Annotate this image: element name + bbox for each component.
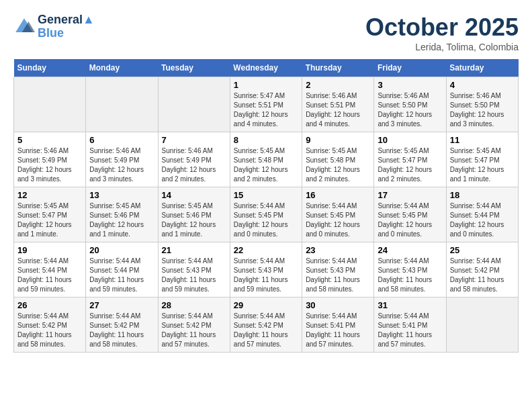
location-subtitle: Lerida, Tolima, Colombia [365, 42, 519, 52]
calendar-table: SundayMondayTuesdayWednesdayThursdayFrid… [13, 59, 519, 353]
weekday-header: Wednesday [230, 59, 302, 77]
calendar-week-row: 19Sunrise: 5:44 AM Sunset: 5:44 PM Dayli… [14, 242, 519, 298]
day-info: Sunrise: 5:44 AM Sunset: 5:42 PM Dayligh… [450, 257, 515, 294]
day-info: Sunrise: 5:47 AM Sunset: 5:51 PM Dayligh… [234, 91, 298, 129]
day-number: 28 [162, 300, 226, 310]
calendar-week-row: 12Sunrise: 5:45 AM Sunset: 5:47 PM Dayli… [14, 187, 519, 242]
calendar-cell [86, 77, 158, 132]
day-number: 31 [378, 300, 442, 310]
calendar-cell: 27Sunrise: 5:44 AM Sunset: 5:42 PM Dayli… [86, 298, 158, 353]
day-info: Sunrise: 5:44 AM Sunset: 5:43 PM Dayligh… [234, 257, 298, 294]
day-number: 14 [162, 190, 226, 200]
day-number: 1 [234, 80, 298, 90]
day-number: 7 [162, 135, 226, 145]
weekday-header: Sunday [14, 59, 86, 77]
day-info: Sunrise: 5:46 AM Sunset: 5:50 PM Dayligh… [450, 91, 515, 129]
day-number: 2 [306, 80, 370, 90]
day-number: 8 [234, 135, 298, 145]
day-number: 19 [17, 245, 82, 255]
day-info: Sunrise: 5:45 AM Sunset: 5:47 PM Dayligh… [450, 146, 515, 184]
logo: General▲ Blue [13, 13, 95, 40]
page-header: General▲ Blue October 2025 Lerida, Tolim… [13, 13, 519, 52]
day-number: 26 [17, 300, 82, 310]
day-number: 10 [378, 135, 442, 145]
calendar-cell: 7Sunrise: 5:46 AM Sunset: 5:49 PM Daylig… [158, 132, 230, 187]
day-info: Sunrise: 5:44 AM Sunset: 5:45 PM Dayligh… [234, 201, 298, 239]
day-info: Sunrise: 5:45 AM Sunset: 5:47 PM Dayligh… [378, 146, 442, 184]
calendar-cell: 30Sunrise: 5:44 AM Sunset: 5:41 PM Dayli… [302, 298, 374, 353]
day-number: 17 [378, 190, 442, 200]
day-info: Sunrise: 5:46 AM Sunset: 5:49 PM Dayligh… [162, 146, 226, 184]
calendar-cell: 17Sunrise: 5:44 AM Sunset: 5:45 PM Dayli… [374, 187, 446, 242]
calendar-cell: 18Sunrise: 5:44 AM Sunset: 5:44 PM Dayli… [446, 187, 518, 242]
day-number: 29 [234, 300, 298, 310]
calendar-cell: 3Sunrise: 5:46 AM Sunset: 5:50 PM Daylig… [374, 77, 446, 132]
day-info: Sunrise: 5:44 AM Sunset: 5:43 PM Dayligh… [378, 257, 442, 294]
day-info: Sunrise: 5:46 AM Sunset: 5:49 PM Dayligh… [17, 146, 82, 184]
calendar-cell: 24Sunrise: 5:44 AM Sunset: 5:43 PM Dayli… [374, 242, 446, 298]
day-info: Sunrise: 5:44 AM Sunset: 5:42 PM Dayligh… [234, 312, 298, 349]
day-info: Sunrise: 5:44 AM Sunset: 5:41 PM Dayligh… [306, 312, 370, 349]
calendar-cell [446, 298, 518, 353]
weekday-header: Tuesday [158, 59, 230, 77]
day-info: Sunrise: 5:44 AM Sunset: 5:44 PM Dayligh… [17, 257, 82, 294]
day-info: Sunrise: 5:45 AM Sunset: 5:46 PM Dayligh… [162, 201, 226, 239]
calendar-cell: 4Sunrise: 5:46 AM Sunset: 5:50 PM Daylig… [446, 77, 518, 132]
day-number: 25 [450, 245, 515, 255]
weekday-header: Friday [374, 59, 446, 77]
weekday-header: Thursday [302, 59, 374, 77]
day-info: Sunrise: 5:45 AM Sunset: 5:46 PM Dayligh… [89, 201, 154, 239]
calendar-cell: 9Sunrise: 5:45 AM Sunset: 5:48 PM Daylig… [302, 132, 374, 187]
day-info: Sunrise: 5:44 AM Sunset: 5:42 PM Dayligh… [162, 312, 226, 349]
logo-icon [13, 16, 35, 38]
day-number: 16 [306, 190, 370, 200]
calendar-cell: 15Sunrise: 5:44 AM Sunset: 5:45 PM Dayli… [230, 187, 302, 242]
calendar-cell: 22Sunrise: 5:44 AM Sunset: 5:43 PM Dayli… [230, 242, 302, 298]
calendar-cell: 2Sunrise: 5:46 AM Sunset: 5:51 PM Daylig… [302, 77, 374, 132]
day-number: 18 [450, 190, 515, 200]
day-number: 4 [450, 80, 515, 90]
day-info: Sunrise: 5:44 AM Sunset: 5:42 PM Dayligh… [89, 312, 154, 349]
day-info: Sunrise: 5:44 AM Sunset: 5:44 PM Dayligh… [450, 201, 515, 239]
calendar-week-row: 26Sunrise: 5:44 AM Sunset: 5:42 PM Dayli… [14, 298, 519, 353]
calendar-week-row: 5Sunrise: 5:46 AM Sunset: 5:49 PM Daylig… [14, 132, 519, 187]
calendar-cell [14, 77, 86, 132]
logo-text: General▲ Blue [38, 13, 95, 40]
day-number: 3 [378, 80, 442, 90]
calendar-cell: 5Sunrise: 5:46 AM Sunset: 5:49 PM Daylig… [14, 132, 86, 187]
calendar-cell: 20Sunrise: 5:44 AM Sunset: 5:44 PM Dayli… [86, 242, 158, 298]
calendar-cell: 13Sunrise: 5:45 AM Sunset: 5:46 PM Dayli… [86, 187, 158, 242]
day-number: 21 [162, 245, 226, 255]
day-number: 12 [17, 190, 82, 200]
day-number: 30 [306, 300, 370, 310]
calendar-cell: 10Sunrise: 5:45 AM Sunset: 5:47 PM Dayli… [374, 132, 446, 187]
calendar-cell: 29Sunrise: 5:44 AM Sunset: 5:42 PM Dayli… [230, 298, 302, 353]
day-number: 15 [234, 190, 298, 200]
calendar-cell: 28Sunrise: 5:44 AM Sunset: 5:42 PM Dayli… [158, 298, 230, 353]
day-info: Sunrise: 5:45 AM Sunset: 5:48 PM Dayligh… [306, 146, 370, 184]
day-number: 20 [89, 245, 154, 255]
day-info: Sunrise: 5:44 AM Sunset: 5:45 PM Dayligh… [306, 201, 370, 239]
day-number: 11 [450, 135, 515, 145]
title-block: October 2025 Lerida, Tolima, Colombia [365, 13, 519, 52]
day-info: Sunrise: 5:46 AM Sunset: 5:49 PM Dayligh… [89, 146, 154, 184]
day-number: 13 [89, 190, 154, 200]
day-number: 6 [89, 135, 154, 145]
calendar-cell: 25Sunrise: 5:44 AM Sunset: 5:42 PM Dayli… [446, 242, 518, 298]
day-info: Sunrise: 5:46 AM Sunset: 5:50 PM Dayligh… [378, 91, 442, 129]
calendar-cell: 19Sunrise: 5:44 AM Sunset: 5:44 PM Dayli… [14, 242, 86, 298]
day-number: 24 [378, 245, 442, 255]
weekday-header: Monday [86, 59, 158, 77]
day-info: Sunrise: 5:44 AM Sunset: 5:43 PM Dayligh… [162, 257, 226, 294]
day-info: Sunrise: 5:45 AM Sunset: 5:47 PM Dayligh… [17, 201, 82, 239]
calendar-cell: 6Sunrise: 5:46 AM Sunset: 5:49 PM Daylig… [86, 132, 158, 187]
calendar-cell: 12Sunrise: 5:45 AM Sunset: 5:47 PM Dayli… [14, 187, 86, 242]
calendar-week-row: 1Sunrise: 5:47 AM Sunset: 5:51 PM Daylig… [14, 77, 519, 132]
day-info: Sunrise: 5:45 AM Sunset: 5:48 PM Dayligh… [234, 146, 298, 184]
calendar-cell: 11Sunrise: 5:45 AM Sunset: 5:47 PM Dayli… [446, 132, 518, 187]
calendar-cell: 8Sunrise: 5:45 AM Sunset: 5:48 PM Daylig… [230, 132, 302, 187]
day-info: Sunrise: 5:44 AM Sunset: 5:44 PM Dayligh… [89, 257, 154, 294]
day-info: Sunrise: 5:44 AM Sunset: 5:42 PM Dayligh… [17, 312, 82, 349]
month-title: October 2025 [365, 13, 519, 42]
calendar-cell [158, 77, 230, 132]
